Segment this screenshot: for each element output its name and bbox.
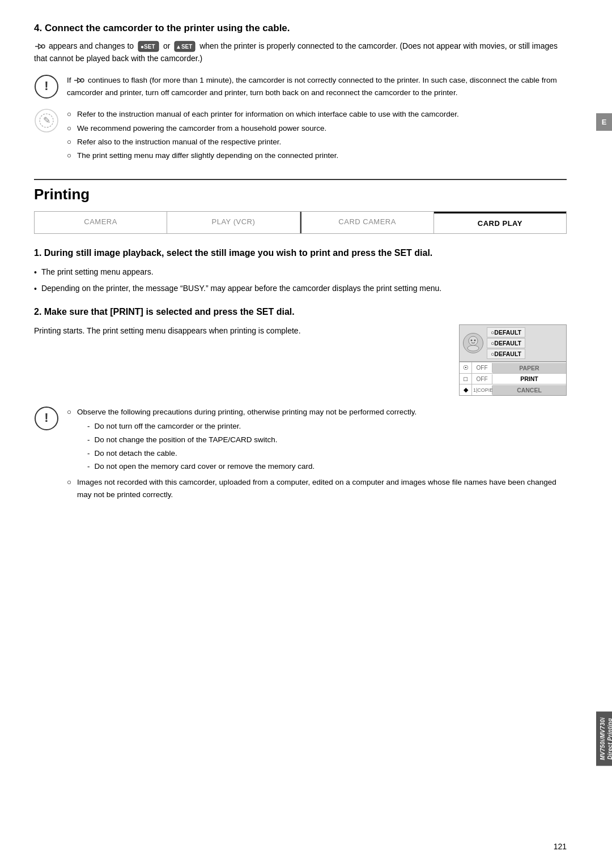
print-ui-row-1-value: PAPER <box>492 363 566 373</box>
print-ui-rows: ☉ OFF PAPER □ OFF PRINT ◆ 1|COPIES CANCE… <box>460 362 566 395</box>
tab-camera[interactable]: CAMERA <box>35 212 167 233</box>
svg-point-13 <box>471 340 473 341</box>
print-area: Printing starts. The print setting menu … <box>34 324 567 396</box>
warning-extra: Images not recorded with this camcorder,… <box>67 476 567 502</box>
side-tab-model: MV750i/MV730i <box>600 717 606 760</box>
usb-icon-2 <box>73 75 86 85</box>
tab-play-vcr[interactable]: PLAY (VCR) <box>167 212 300 233</box>
printing-title: Printing <box>34 186 567 203</box>
step2-para: Printing starts. The print setting menu … <box>34 324 448 337</box>
print-ui-mockup: ○DEFAULT ○DEFAULT ○DEFAULT ☉ OFF PAPER □… <box>459 324 567 396</box>
warning-bullet-1: Observe the following precautions during… <box>67 406 567 418</box>
step2-heading: 2. Make sure that [PRINT] is selected an… <box>34 305 567 319</box>
tab-card-play[interactable]: CARD PLAY <box>434 212 566 233</box>
svg-text:!: ! <box>44 79 48 93</box>
dash-item-1: Do not turn off the camcorder or the pri… <box>87 420 567 433</box>
print-ui-row-2-icon: □ <box>460 374 472 384</box>
svg-point-12 <box>468 345 479 351</box>
dash-list: Do not turn off the camcorder or the pri… <box>87 420 567 472</box>
step1-bullet-1: The print setting menu appears. <box>34 266 567 279</box>
svg-point-11 <box>469 336 478 345</box>
dash-item-3: Do not detach the cable. <box>87 447 567 460</box>
dash-item-2: Do not change the position of the TAPE/C… <box>87 434 567 446</box>
set-icon-2: ▲SET <box>174 41 196 52</box>
side-tab-section: Direct Printing <box>607 719 612 760</box>
section-divider <box>34 179 567 180</box>
dash-item-4: Do not open the memory card cover or rem… <box>87 460 567 473</box>
reference-notes-content: Refer to the instruction manual of each … <box>67 108 459 163</box>
svg-text:✎: ✎ <box>43 116 50 125</box>
reference-icon: ✎ <box>34 108 59 133</box>
step1-heading: 1. During still image playback, select t… <box>34 246 567 260</box>
e-tab-label: E <box>602 118 607 126</box>
print-ui-header: ○DEFAULT ○DEFAULT ○DEFAULT <box>460 325 566 362</box>
print-ui-row-1-icon: ☉ <box>460 362 472 373</box>
print-ui-option-3: ○DEFAULT <box>487 349 525 359</box>
warning-note-2: ! Observe the following precautions duri… <box>34 406 567 503</box>
page-number: 121 <box>554 842 567 851</box>
print-ui-row-2-value: PRINT <box>492 374 566 384</box>
reference-notes: ✎ Refer to the instruction manual of eac… <box>34 108 567 163</box>
print-ui-options: ○DEFAULT ○DEFAULT ○DEFAULT <box>487 327 525 359</box>
print-ui-option-1: ○DEFAULT <box>487 327 525 337</box>
usb-icon <box>34 41 46 52</box>
svg-point-14 <box>474 340 476 341</box>
print-ui-row-3: ◆ 1|COPIES CANCEL <box>460 384 566 395</box>
svg-text:▲SET: ▲SET <box>176 44 192 50</box>
ref-note-2: We recommend powering the camcorder from… <box>67 122 459 135</box>
e-tab: E <box>596 113 612 131</box>
print-ui-row-1: ☉ OFF PAPER <box>460 362 566 373</box>
step1-bullet-2: Depending on the printer, the message “B… <box>34 282 567 295</box>
ref-note-4: The print setting menu may differ slight… <box>67 149 459 162</box>
ref-note-3: Refer also to the instruction manual of … <box>67 136 459 148</box>
svg-text:!: ! <box>44 411 48 425</box>
print-ui-avatar <box>463 333 483 353</box>
warning-icon-2: ! <box>34 406 59 431</box>
page: E 4. Connect the camcorder to the printe… <box>0 0 612 868</box>
print-ui-row-2-label: OFF <box>472 374 492 384</box>
section4-para1: appears and changes to ●SET or ▲SET when… <box>34 40 567 65</box>
ref-note-1: Refer to the instruction manual of each … <box>67 108 459 121</box>
set-icon-1: ●SET <box>138 41 159 52</box>
print-ui-row-3-icon: ◆ <box>460 384 472 395</box>
warning-note-1-content: If continues to flash (for more than 1 m… <box>67 74 567 100</box>
svg-text:●SET: ●SET <box>141 44 155 50</box>
print-ui-row-3-label: 1|COPIES <box>472 386 492 395</box>
print-ui-row-3-value: CANCEL <box>492 385 566 395</box>
tab-bar: CAMERA PLAY (VCR) CARD CAMERA CARD PLAY <box>34 211 567 234</box>
section4-heading: 4. Connect the camcorder to the printer … <box>34 23 567 34</box>
tab-card-camera[interactable]: CARD CAMERA <box>301 212 434 233</box>
print-ui-option-2: ○DEFAULT <box>487 338 525 348</box>
warning-note-2-content: Observe the following precautions during… <box>67 406 567 503</box>
print-ui-row-1-label: OFF <box>472 363 492 373</box>
warning-note-1: ! If continues to flash (for more than 1… <box>34 74 567 100</box>
side-tab: MV750i/MV730i Direct Printing <box>596 712 612 766</box>
warning-icon-1: ! <box>34 74 59 99</box>
print-ui-row-2: □ OFF PRINT <box>460 373 566 384</box>
